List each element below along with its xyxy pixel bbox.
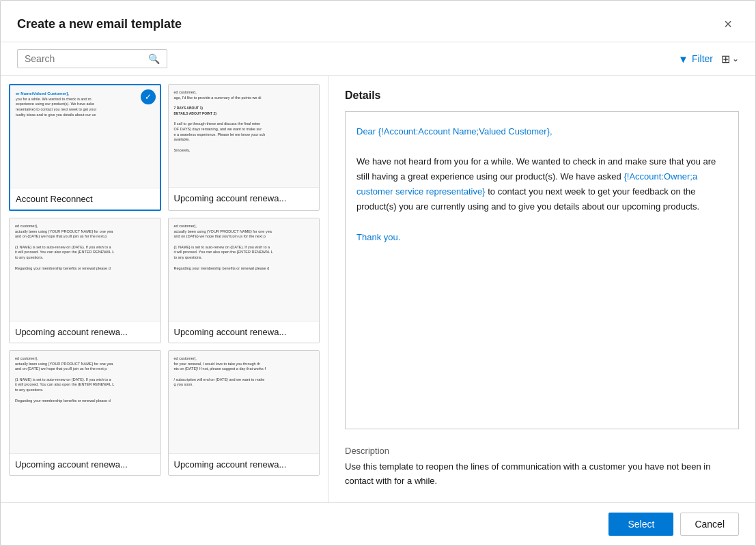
view-toggle-button[interactable]: ⊞ ⌄ xyxy=(721,53,739,66)
template-name-4: Upcoming account renewa... xyxy=(169,321,320,343)
email-thanks: Thank you. xyxy=(356,230,727,245)
create-template-dialog: Create a new email template × 🔍 ▼ Filter… xyxy=(0,0,756,546)
description-text: Use this template to reopen the lines of… xyxy=(345,460,739,489)
template-preview-3: ed customer], actually been using {YOUR … xyxy=(10,218,160,321)
template-preview-5: ed customer], actually been using {YOUR … xyxy=(10,351,160,453)
email-salutation: Dear {!Account:Account Name;Valued Custo… xyxy=(356,124,727,139)
description-label: Description xyxy=(345,446,739,456)
template-preview-6: ed customer], for your renewal, I would … xyxy=(169,351,320,453)
template-preview-4: ed customer], actually been using {YOUR … xyxy=(169,218,320,321)
close-button[interactable]: × xyxy=(717,13,739,35)
dialog-header: Create a new email template × xyxy=(1,1,755,42)
selected-checkmark: ✓ xyxy=(141,89,156,104)
details-title: Details xyxy=(345,89,739,102)
search-container: 🔍 xyxy=(17,49,167,68)
template-name-6: Upcoming account renewa... xyxy=(169,453,320,475)
chevron-down-icon: ⌄ xyxy=(732,54,739,63)
template-preview-2: ed customer], ago, I'd like to provide a… xyxy=(169,85,320,187)
template-card-upcoming-4[interactable]: ed customer], actually been using {YOUR … xyxy=(9,350,161,476)
template-card-upcoming-2[interactable]: ed customer], actually been using {YOUR … xyxy=(9,218,161,343)
template-name-1: Account Reconnect xyxy=(10,188,160,210)
email-paragraph-1: We have not heard from you for a while. … xyxy=(356,154,727,214)
description-section: Description Use this template to reopen … xyxy=(345,446,739,489)
template-card-upcoming-3[interactable]: ed customer], actually been using {YOUR … xyxy=(168,218,320,343)
dialog-footer: Select Cancel xyxy=(1,502,755,545)
filter-button[interactable]: ▼ Filter xyxy=(678,53,713,65)
template-name-2: Upcoming account renewa... xyxy=(169,187,320,209)
template-list: er Name/Valued Customer], you for a whil… xyxy=(1,76,328,502)
grid-view-icon: ⊞ xyxy=(721,53,730,66)
template-preview-1: er Name/Valued Customer], you for a whil… xyxy=(10,85,160,188)
toolbar: 🔍 ▼ Filter ⊞ ⌄ xyxy=(1,42,755,76)
filter-icon: ▼ xyxy=(678,53,688,65)
template-card-upcoming-1[interactable]: ed customer], ago, I'd like to provide a… xyxy=(168,84,320,211)
search-icon: 🔍 xyxy=(148,53,160,64)
details-panel: Details Dear {!Account:Account Name;Valu… xyxy=(328,76,755,502)
dialog-title: Create a new email template xyxy=(17,17,182,31)
search-input[interactable] xyxy=(25,53,145,64)
template-card-account-reconnect[interactable]: er Name/Valued Customer], you for a whil… xyxy=(9,84,161,211)
cancel-button[interactable]: Cancel xyxy=(680,513,739,536)
template-name-5: Upcoming account renewa... xyxy=(10,453,160,475)
template-name-3: Upcoming account renewa... xyxy=(10,321,160,343)
content-area: er Name/Valued Customer], you for a whil… xyxy=(1,76,755,502)
toolbar-right: ▼ Filter ⊞ ⌄ xyxy=(678,53,739,66)
select-button[interactable]: Select xyxy=(608,513,673,536)
filter-label: Filter xyxy=(692,53,713,64)
email-preview-box: Dear {!Account:Account Name;Valued Custo… xyxy=(345,111,739,429)
template-card-upcoming-5[interactable]: ed customer], for your renewal, I would … xyxy=(168,350,320,476)
